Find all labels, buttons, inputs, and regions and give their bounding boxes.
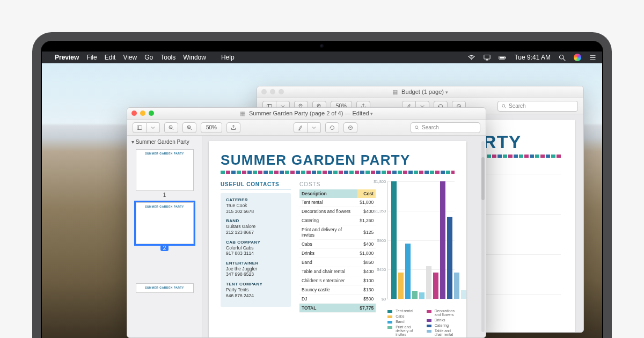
- chart-bar: [426, 266, 431, 299]
- contact-phone: 347 998 6523: [226, 271, 286, 277]
- notification-center-icon[interactable]: [589, 54, 597, 62]
- page-thumbnail-2[interactable]: SUMMER GARDEN PARTY: [136, 202, 194, 244]
- page-thumbnail-3[interactable]: SUMMER GARDEN PARTY: [136, 283, 194, 293]
- minimize-button[interactable]: [270, 89, 275, 94]
- zoom-out-button[interactable]: [164, 122, 178, 133]
- contact-phone: 315 302 5678: [226, 209, 286, 215]
- sidebar-title[interactable]: Summer Garden Party: [131, 139, 197, 145]
- svg-rect-3: [500, 56, 504, 58]
- costs-title: COSTS: [299, 181, 376, 187]
- contact-name: Colorful Cabs: [226, 245, 286, 251]
- scrollbar[interactable]: [481, 141, 485, 332]
- window-status[interactable]: Edited: [352, 110, 373, 116]
- window-title[interactable]: ▦ Budget (1 page): [392, 89, 448, 95]
- svg-point-20: [502, 104, 505, 107]
- chart-bar: [440, 181, 445, 299]
- search-field[interactable]: Search: [497, 101, 578, 112]
- app-menu[interactable]: Preview: [55, 54, 79, 61]
- toolbar: 50% Search: [127, 120, 486, 136]
- menubar-clock[interactable]: Tue 9:41 AM: [514, 54, 551, 61]
- svg-point-5: [560, 55, 564, 59]
- rotate-button[interactable]: [325, 122, 339, 133]
- screen: Preview File Edit View Go Tools Window H…: [42, 52, 602, 338]
- wifi-icon[interactable]: [467, 54, 475, 62]
- highlight-button[interactable]: [294, 122, 308, 133]
- chart-legend: Tent rentalCabsBandPrint and delivery of…: [387, 309, 455, 337]
- close-button[interactable]: [261, 89, 267, 94]
- svg-rect-4: [506, 57, 506, 58]
- contact-role: CATERER: [226, 197, 286, 203]
- contact-entry: CATERERTrue Cook315 302 5678: [226, 197, 286, 214]
- zoom-level[interactable]: 50%: [201, 122, 222, 133]
- legend-label: Cabs: [396, 314, 413, 318]
- table-row: Drinks$1,800: [299, 249, 376, 258]
- contact-role: BAND: [226, 218, 286, 224]
- chart-ytick: $1,350: [371, 208, 386, 213]
- svg-rect-22: [137, 126, 142, 129]
- contact-role: ENTERTAINER: [226, 261, 286, 266]
- sidebar-menu-button[interactable]: [147, 122, 160, 133]
- close-button[interactable]: [131, 111, 137, 116]
- svg-point-32: [415, 126, 418, 128]
- airplay-icon[interactable]: [483, 54, 491, 62]
- titlebar[interactable]: ▦ Budget (1 page): [257, 86, 583, 98]
- contact-phone: 212 123 8667: [226, 230, 286, 236]
- svg-line-6: [563, 58, 565, 61]
- table-row: Band$850: [299, 258, 376, 267]
- sidebar-toggle-button[interactable]: [133, 122, 147, 133]
- traffic-lights[interactable]: [131, 111, 154, 116]
- menu-go[interactable]: Go: [144, 54, 153, 61]
- contact-name: Guitars Galore: [226, 224, 286, 230]
- thumbnail-sidebar[interactable]: Summer Garden Party SUMMER GARDEN PARTY …: [127, 136, 202, 337]
- chart-bar: [419, 292, 425, 299]
- costs-header-desc: Description: [299, 189, 357, 198]
- menu-file[interactable]: File: [86, 54, 97, 61]
- traffic-lights[interactable]: [261, 89, 284, 94]
- battery-icon[interactable]: [499, 54, 507, 62]
- share-button[interactable]: [226, 122, 240, 133]
- search-field[interactable]: Search: [411, 122, 480, 133]
- menu-window[interactable]: Window: [183, 54, 206, 61]
- svg-rect-1: [484, 55, 490, 59]
- contact-role: CAB COMPANY: [226, 240, 286, 245]
- legend-swatch: [387, 315, 392, 318]
- menu-tools[interactable]: Tools: [160, 54, 175, 61]
- spotlight-icon[interactable]: [558, 54, 566, 62]
- zoom-button[interactable]: [279, 89, 284, 94]
- legend-label: Drinks: [435, 318, 455, 322]
- document-proxy-icon: ▦: [392, 89, 398, 95]
- search-icon: [501, 104, 507, 109]
- camera-dot: [320, 44, 324, 48]
- table-row: DJ$500: [299, 295, 376, 304]
- document-area[interactable]: SUMMER GARDEN PARTY USEFUL CONTACTS CATE…: [202, 136, 486, 337]
- siri-icon[interactable]: [574, 54, 581, 61]
- cost-chart: $0$450$900$1,350$1,800: [387, 181, 455, 299]
- contact-phone: 917 883 3114: [226, 251, 286, 256]
- contact-role: TENT COMPANY: [226, 282, 286, 287]
- legend-swatch: [387, 310, 392, 313]
- minimize-button[interactable]: [140, 111, 145, 116]
- svg-line-28: [191, 128, 192, 130]
- svg-point-31: [349, 126, 353, 129]
- search-placeholder: Search: [422, 124, 439, 130]
- legend-label: Band: [396, 320, 413, 324]
- contact-phone: 646 876 2424: [226, 293, 286, 299]
- highlight-menu-button[interactable]: [308, 122, 321, 133]
- chart-bar: [433, 273, 438, 299]
- window-title[interactable]: ▦ Summer Garden Party (page 2 of 4) — Ed…: [240, 110, 373, 117]
- titlebar[interactable]: ▦ Summer Garden Party (page 2 of 4) — Ed…: [127, 108, 486, 120]
- zoom-in-button[interactable]: [182, 122, 196, 133]
- contact-entry: CAB COMPANYColorful Cabs917 883 3114: [226, 240, 286, 256]
- page-thumbnail-1[interactable]: SUMMER GARDEN PARTY: [136, 149, 194, 191]
- legend-label: Decorations and flowers: [435, 309, 455, 317]
- svg-line-25: [172, 128, 174, 130]
- laptop-frame: Preview File Edit View Go Tools Window H…: [32, 32, 612, 338]
- page-thumbnail-2-label: 2: [131, 245, 197, 251]
- markup-button[interactable]: [343, 122, 357, 133]
- window-summer-garden-party[interactable]: ▦ Summer Garden Party (page 2 of 4) — Ed…: [127, 107, 486, 338]
- menu-edit[interactable]: Edit: [105, 54, 116, 61]
- menu-view[interactable]: View: [123, 54, 137, 61]
- search-icon: [414, 125, 420, 130]
- zoom-button[interactable]: [149, 111, 154, 116]
- menu-help[interactable]: Help: [221, 54, 235, 61]
